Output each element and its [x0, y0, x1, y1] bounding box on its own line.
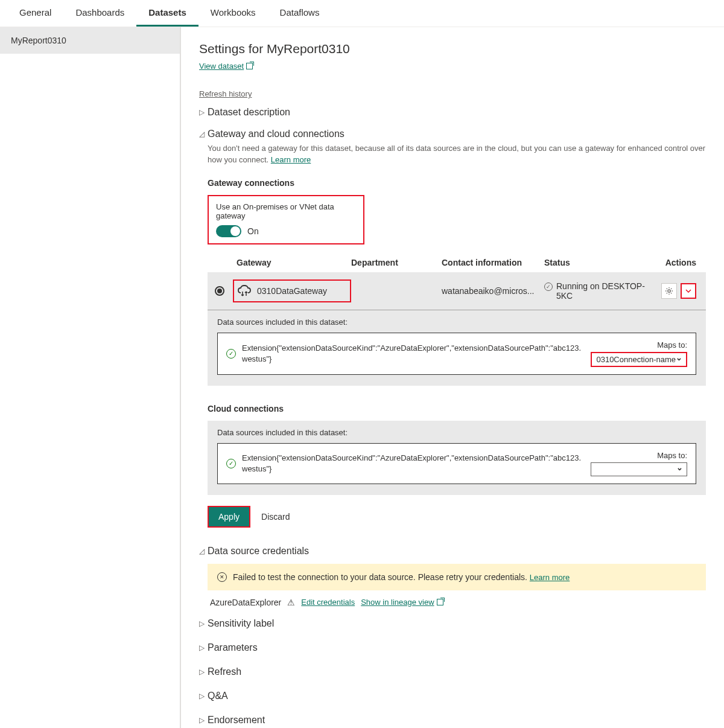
section-sensitivity-label[interactable]: ▷ Sensitivity label: [199, 618, 706, 629]
cloud-connections-header: Cloud connections: [208, 404, 706, 413]
datasource-text: Extension{"extensionDataSourceKind":"Azu…: [242, 343, 585, 365]
chevron-down-icon: ◿: [199, 130, 206, 138]
datasources-label: Data sources included in this dataset:: [217, 318, 696, 327]
cloud-datasources-label: Data sources included in this dataset:: [217, 428, 696, 437]
learn-more-link[interactable]: Learn more: [271, 155, 311, 164]
main-content: Settings for MyReport0310 View dataset R…: [181, 27, 724, 728]
section-qa[interactable]: ▷ Q&A: [199, 691, 706, 701]
warning-triangle-icon: ⚠: [287, 598, 295, 607]
chevron-right-icon: ▷: [199, 619, 206, 628]
gateway-connections-header: Gateway connections: [208, 178, 706, 188]
discard-button[interactable]: Discard: [261, 512, 290, 522]
chevron-right-icon: ▷: [199, 108, 206, 117]
settings-button[interactable]: [661, 283, 677, 299]
connection-dropdown[interactable]: 0310Connection-name: [591, 352, 687, 367]
chevron-right-icon: ▷: [199, 716, 206, 724]
cloud-gateway-icon: [237, 284, 252, 298]
svg-point-0: [668, 289, 670, 292]
gear-icon: [665, 287, 673, 295]
toggle-label: Use an On-premises or VNet data gateway: [216, 202, 356, 220]
gateway-radio[interactable]: [215, 286, 224, 296]
table-header: Gateway Department Contact information S…: [208, 253, 706, 272]
chevron-right-icon: ▷: [199, 692, 206, 700]
toggle-state: On: [247, 226, 259, 236]
external-link-icon: [246, 63, 253, 69]
external-link-icon: [437, 599, 443, 605]
section-endorsement[interactable]: ▷ Endorsement: [199, 715, 706, 726]
tab-workbooks[interactable]: Workbooks: [198, 0, 268, 27]
status-check-icon: [544, 283, 553, 291]
refresh-history-link[interactable]: Refresh history: [199, 89, 252, 98]
section-gateway-connections[interactable]: ◿ Gateway and cloud connections: [199, 129, 706, 139]
maps-to-label: Maps to:: [591, 340, 687, 350]
section-parameters[interactable]: ▷ Parameters: [199, 642, 706, 653]
apply-button[interactable]: Apply: [208, 506, 250, 528]
chevron-down-icon: [685, 289, 691, 293]
datasource-row: Extension{"extensionDataSourceKind":"Azu…: [217, 333, 696, 375]
gateway-row: 0310DataGateway watanabeaiko@micros... R…: [208, 272, 706, 310]
section-datasource-credentials[interactable]: ◿ Data source credentials: [199, 546, 706, 557]
edit-credentials-link[interactable]: Edit credentials: [301, 598, 355, 607]
check-icon: [226, 459, 236, 468]
chevron-right-icon: ▷: [199, 668, 206, 676]
check-icon: [226, 349, 236, 359]
toggle-container: Use an On-premises or VNet data gateway …: [208, 195, 364, 244]
cloud-datasources-panel: Data sources included in this dataset: E…: [208, 421, 706, 495]
tab-general[interactable]: General: [7, 0, 63, 27]
section-dataset-description[interactable]: ▷ Dataset description: [199, 107, 706, 118]
tab-dashboards[interactable]: Dashboards: [63, 0, 136, 27]
cloud-datasource-text: Extension{"extensionDataSourceKind":"Azu…: [242, 453, 585, 474]
sidebar-item-myreport[interactable]: MyReport0310: [0, 27, 180, 54]
warning-learn-more-link[interactable]: Learn more: [530, 573, 570, 582]
tab-dataflows[interactable]: Dataflows: [268, 0, 332, 27]
contact-cell: watanabeaiko@micros...: [442, 286, 544, 296]
cloud-maps-to-label: Maps to:: [591, 451, 687, 460]
section-description: You don't need a gateway for this datase…: [208, 143, 706, 166]
chevron-down-icon: ◿: [199, 547, 206, 555]
tab-datasets[interactable]: Datasets: [136, 0, 198, 27]
status-text: Running on DESKTOP-5KC: [556, 281, 653, 301]
section-refresh[interactable]: ▷ Refresh: [199, 666, 706, 677]
cloud-connection-dropdown[interactable]: [591, 462, 687, 476]
view-dataset-link[interactable]: View dataset: [199, 62, 253, 71]
source-name: AzureDataExplorer: [210, 598, 281, 607]
expand-button[interactable]: [681, 283, 696, 299]
tabs-bar: General Dashboards Datasets Workbooks Da…: [0, 0, 724, 27]
sidebar: MyReport0310: [0, 27, 181, 728]
chevron-right-icon: ▷: [199, 643, 206, 652]
gateway-name-cell[interactable]: 0310DataGateway: [233, 279, 351, 302]
cloud-datasource-row: Extension{"extensionDataSourceKind":"Azu…: [217, 443, 696, 484]
page-title: Settings for MyReport0310: [199, 42, 706, 56]
datasources-panel: Data sources included in this dataset: E…: [208, 310, 706, 386]
show-lineage-link[interactable]: Show in lineage view: [361, 598, 443, 607]
error-icon: [217, 572, 227, 582]
gateway-toggle[interactable]: [216, 225, 241, 237]
warning-banner: Failed to test the connection to your da…: [208, 564, 706, 590]
